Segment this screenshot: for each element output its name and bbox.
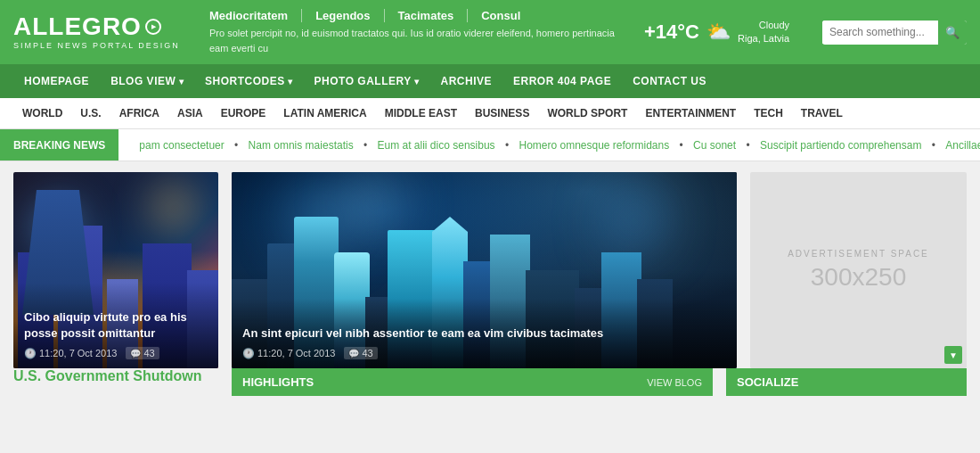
header-nav-links: Mediocritatem Legendos Tacimates Consul — [209, 9, 520, 22]
nav-link-legendos[interactable]: Legendos — [301, 9, 370, 22]
logo-name: ALLEGRO — [13, 14, 142, 39]
site-header: ALLEGRO SIMPLE NEWS PORTAL DESIGN Medioc… — [0, 0, 980, 64]
weather-info: Cloudy Riga, Latvia — [738, 19, 789, 46]
ticker-item-5[interactable]: Suscipit partiendo comprehensam — [760, 139, 921, 152]
ticker-item-6[interactable]: Ancillae antiopam co — [945, 139, 980, 152]
article-meta-small: 11:20, 7 Oct 2013 43 — [24, 347, 208, 359]
highlights-section: HIGHLIGHTS View blog — [232, 368, 713, 396]
scroll-arrow[interactable]: ▼ — [944, 346, 962, 364]
breaking-news-bar: BREAKING NEWS pam consectetuer • Nam omn… — [0, 129, 980, 161]
nav-link-consul[interactable]: Consul — [467, 9, 520, 22]
breaking-news-ticker: pam consectetuer • Nam omnis maiestatis … — [118, 139, 980, 152]
cat-travel[interactable]: TRAVEL — [792, 98, 852, 128]
article-time-large: 11:20, 7 Oct 2013 — [242, 348, 335, 359]
ticker-item-3[interactable]: Homero omnesque reformidans — [519, 139, 669, 152]
socialize-header: SOCIALIZE — [726, 368, 967, 396]
cat-middle-east[interactable]: MIDDLE EAST — [376, 98, 466, 128]
logo-subtitle: SIMPLE NEWS PORTAL DESIGN — [13, 41, 192, 50]
cat-africa[interactable]: AFRICA — [110, 98, 168, 128]
ad-size: 300x250 — [811, 263, 906, 292]
cat-europe[interactable]: EUROPE — [212, 98, 275, 128]
socialize-label: SOCIALIZE — [737, 375, 798, 389]
cat-tech[interactable]: TECH — [745, 98, 792, 128]
cat-latin-america[interactable]: LATIN AMERICA — [274, 98, 375, 128]
header-description: Pro solet percipit no, id euismod tracta… — [209, 26, 626, 55]
article-comments-small: 43 — [126, 347, 159, 359]
bottom-left-section: U.S. Government Shutdown — [13, 368, 218, 396]
ad-label: ADVERTISEMENT SPACE — [788, 249, 929, 259]
search-button[interactable]: 🔍 — [938, 21, 967, 45]
header-nav: Mediocritatem Legendos Tacimates Consul … — [209, 9, 626, 55]
nav-archive[interactable]: ARCHIVE — [430, 64, 503, 98]
logo-icon — [145, 19, 161, 35]
cat-entertainment[interactable]: ENTERTAINMENT — [636, 98, 745, 128]
nav-shortcodes[interactable]: SHORTCODES — [194, 64, 303, 98]
logo: ALLEGRO SIMPLE NEWS PORTAL DESIGN — [13, 14, 192, 50]
temperature: +14°C — [644, 21, 699, 44]
article-time-small: 11:20, 7 Oct 2013 — [24, 348, 117, 359]
view-blog-link[interactable]: View blog — [647, 377, 702, 388]
nav-contact[interactable]: CONTACT US — [622, 64, 717, 98]
weather-location: Riga, Latvia — [738, 32, 789, 45]
article-meta-large: 11:20, 7 Oct 2013 43 — [242, 347, 726, 359]
socialize-section: SOCIALIZE — [726, 368, 967, 396]
ticker-item-0[interactable]: pam consectetuer — [139, 139, 224, 152]
article-title-large: An sint epicuri vel nibh assentior te ea… — [242, 325, 726, 342]
cat-business[interactable]: BUSINESS — [466, 98, 538, 128]
advertisement-space: ADVERTISEMENT SPACE 300x250 ▼ — [750, 172, 967, 368]
nav-link-mediocritatem[interactable]: Mediocritatem — [209, 9, 288, 22]
cat-world-sport[interactable]: WORLD SPORT — [538, 98, 636, 128]
weather-widget: +14°C ⛅ Cloudy Riga, Latvia — [644, 19, 804, 46]
us-government-link[interactable]: U.S. Government Shutdown — [13, 368, 202, 383]
breaking-news-label: BREAKING NEWS — [0, 129, 118, 161]
cat-asia[interactable]: ASIA — [168, 98, 212, 128]
nav-homepage[interactable]: HOMEPAGE — [13, 64, 100, 98]
nav-link-tacimates[interactable]: Tacimates — [384, 9, 454, 22]
search-bar: 🔍 — [822, 21, 967, 45]
search-input[interactable] — [822, 21, 938, 44]
cat-us[interactable]: U.S. — [71, 98, 110, 128]
highlights-header: HIGHLIGHTS View blog — [232, 368, 713, 396]
article-card-small[interactable]: Cibo aliquip virtute pro ea his posse po… — [13, 172, 218, 368]
content-area: Cibo aliquip virtute pro ea his posse po… — [0, 161, 980, 368]
glow-effect-1 — [31, 199, 85, 252]
weather-condition: Cloudy — [738, 19, 789, 32]
article-card-large[interactable]: An sint epicuri vel nibh assentior te ea… — [232, 172, 737, 368]
bottom-row: U.S. Government Shutdown HIGHLIGHTS View… — [0, 368, 980, 409]
nav-blog-view[interactable]: BLOG VIEW — [100, 64, 194, 98]
article-title-small: Cibo aliquip virtute pro ea his posse po… — [24, 309, 208, 342]
highlights-label: HIGHLIGHTS — [242, 375, 314, 389]
main-navigation: HOMEPAGE BLOG VIEW SHORTCODES PHOTO GALL… — [0, 64, 980, 98]
ticker-item-4[interactable]: Cu sonet — [693, 139, 736, 152]
ticker-item-2[interactable]: Eum at alii dico sensibus — [378, 139, 495, 152]
weather-icon: ⛅ — [706, 21, 731, 44]
category-navigation: WORLD U.S. AFRICA ASIA EUROPE LATIN AMER… — [0, 98, 980, 129]
cat-world[interactable]: WORLD — [13, 98, 71, 128]
article-overlay-small: Cibo aliquip virtute pro ea his posse po… — [13, 283, 218, 368]
article-overlay-large: An sint epicuri vel nibh assentior te ea… — [232, 299, 737, 368]
ticker-item-1[interactable]: Nam omnis maiestatis — [249, 139, 354, 152]
nav-error-404[interactable]: ERROR 404 PAGE — [502, 64, 622, 98]
glow-effect-2 — [147, 181, 200, 235]
article-comments-large: 43 — [344, 347, 377, 359]
nav-photo-gallery[interactable]: PHOTO GALLERY — [304, 64, 430, 98]
